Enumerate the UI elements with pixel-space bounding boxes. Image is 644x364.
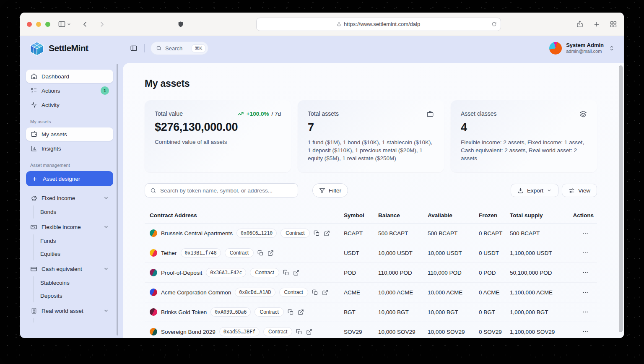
search-shortcut-badge: ⌘K	[192, 44, 205, 52]
close-window-button[interactable]	[27, 22, 32, 27]
minimize-window-button[interactable]	[36, 22, 41, 27]
total-value: $276,130,000.00	[155, 121, 281, 134]
home-icon	[30, 73, 37, 80]
frozen-value: 0 USDT	[479, 250, 510, 256]
export-button[interactable]: Export	[511, 184, 558, 197]
sidebar: Dashboard Actions 1 Activity My assets	[20, 60, 119, 338]
sidebar-subitem-equities[interactable]: Equities	[40, 247, 113, 260]
external-link-icon[interactable]	[298, 309, 304, 315]
copy-icon[interactable]	[257, 250, 264, 256]
symbol-value: SOV29	[344, 329, 378, 335]
external-link-icon[interactable]	[322, 289, 328, 296]
token-icon	[150, 289, 157, 296]
sidebar-scrollbar[interactable]	[117, 64, 118, 335]
copy-icon[interactable]	[283, 270, 289, 276]
sidebar-group-fixed-income[interactable]: Fixed income	[26, 191, 113, 205]
sidebar-item-actions[interactable]: Actions 1	[26, 84, 113, 97]
token-search-box[interactable]	[145, 183, 298, 198]
row-actions-button[interactable]	[582, 269, 589, 276]
settlemint-logo-icon	[29, 41, 44, 56]
contract-address-pill[interactable]: 0xad55…3BFf	[219, 327, 260, 336]
filter-button[interactable]: Filter	[312, 183, 348, 198]
search-icon	[156, 45, 162, 51]
trend-percent: +100.0%	[247, 111, 269, 117]
column-balance: Balance	[378, 212, 428, 218]
sidebar-subitem-funds[interactable]: Funds	[40, 234, 113, 247]
sidebar-item-activity[interactable]: Activity	[26, 98, 113, 112]
external-link-icon[interactable]	[293, 270, 299, 276]
back-button[interactable]	[81, 21, 89, 28]
contract-address-pill[interactable]: 0xA039…6Da6	[210, 307, 251, 317]
table-row[interactable]: Brussels Central Apartments 0x06C6…1210 …	[145, 224, 597, 243]
table-row[interactable]: Sovereign Bond 2029 0xad55…3BFf Contract…	[145, 322, 597, 338]
row-actions-button[interactable]	[582, 328, 589, 335]
zoom-window-button[interactable]	[45, 22, 50, 27]
external-link-icon[interactable]	[306, 329, 312, 335]
sidebar-subitem-stablecoins[interactable]: Stablecoins	[40, 276, 113, 289]
reload-icon[interactable]	[491, 21, 497, 27]
page-title: My assets	[145, 78, 597, 89]
piggy-bank-icon	[30, 195, 37, 202]
contract-badge: Contract	[254, 307, 283, 317]
row-actions-button[interactable]	[582, 250, 589, 256]
asset-designer-button[interactable]: Asset designer	[26, 171, 113, 186]
card-description: 1 fund ($1M), 1 bond ($10K), 1 stablecoi…	[308, 138, 434, 162]
token-search-input[interactable]	[160, 187, 293, 194]
balance-value: 110,000 POD	[378, 270, 428, 276]
sidebar-chevron-icon[interactable]	[67, 22, 71, 26]
privacy-shield-icon[interactable]	[177, 21, 184, 28]
view-button[interactable]: View	[562, 184, 597, 197]
sidebar-toggle-icon[interactable]	[58, 20, 66, 28]
sidebar-item-insights[interactable]: Insights	[26, 142, 113, 155]
layers-icon	[579, 110, 587, 118]
forward-button[interactable]	[98, 21, 106, 28]
copy-icon[interactable]	[288, 309, 294, 315]
sidebar-group-real-world-asset[interactable]: Real world asset	[26, 304, 113, 317]
row-actions-button[interactable]	[582, 230, 589, 237]
column-symbol: Symbol	[344, 212, 378, 218]
total-assets-card: Total assets 7 1 fund ($1M), 1 bond ($10…	[298, 100, 444, 172]
total-assets-count: 7	[308, 121, 434, 134]
panel-collapse-icon[interactable]	[130, 44, 138, 52]
row-actions-button[interactable]	[582, 289, 589, 296]
copy-icon[interactable]	[314, 230, 320, 237]
sidebar-item-dashboard[interactable]: Dashboard	[26, 70, 113, 83]
table-row[interactable]: Tether 0x13B1…f748 Contract USDT 10,000 …	[145, 243, 597, 263]
user-menu[interactable]: System Admin admin@mail.com	[549, 42, 615, 55]
copy-icon[interactable]	[296, 329, 302, 335]
sidebar-group-label: Fixed income	[42, 195, 75, 201]
table-row[interactable]: Brinks Gold Token 0xA039…6Da6 Contract B…	[145, 302, 597, 322]
balance-value: 500 BCAPT	[378, 230, 428, 237]
contract-address-pill[interactable]: 0x06C6…1210	[236, 229, 277, 238]
row-actions-button[interactable]	[582, 309, 589, 315]
contract-address-pill[interactable]: 0x8cDd…A1AD	[235, 288, 275, 297]
share-icon[interactable]	[576, 20, 584, 28]
symbol-value: USDT	[344, 250, 378, 256]
contract-address-pill[interactable]: 0x13B1…f748	[181, 248, 221, 257]
asset-name: Brussels Central Apartments	[161, 230, 233, 237]
sidebar-item-my-assets[interactable]: My assets	[26, 127, 113, 141]
address-bar[interactable]: https://www.settlemint.com/dalp	[256, 18, 501, 31]
main-scrollbar[interactable]	[619, 65, 623, 332]
new-tab-icon[interactable]	[593, 20, 600, 28]
table-row[interactable]: Proof-of-Deposit 0x36A3…F42c Contract PO…	[145, 263, 597, 283]
asset-name: Proof-of-Deposit	[161, 270, 202, 276]
sidebar-group-flexible-income[interactable]: Flexible income	[26, 220, 113, 234]
token-icon	[150, 328, 157, 335]
sidebar-subitem-deposits[interactable]: Deposits	[40, 289, 113, 302]
actions-count-badge: 1	[101, 86, 109, 95]
sidebar-subitem-bonds[interactable]: Bonds	[40, 205, 113, 218]
copy-icon[interactable]	[312, 289, 318, 296]
tab-overview-icon[interactable]	[610, 20, 617, 28]
global-search-button[interactable]: Search ⌘K	[151, 42, 208, 55]
external-link-icon[interactable]	[267, 250, 274, 256]
brand[interactable]: SettleMint	[29, 41, 119, 56]
table-row[interactable]: Acme Corporation Common 0x8cDd…A1AD Cont…	[145, 283, 597, 302]
balance-value: 10,000 BGT	[378, 309, 428, 315]
wallet-icon	[30, 131, 37, 138]
activity-icon	[30, 101, 37, 108]
sidebar-group-cash-equivalent[interactable]: Cash equivalent	[26, 262, 113, 276]
external-link-icon[interactable]	[324, 230, 330, 237]
contract-address-pill[interactable]: 0x36A3…F42c	[206, 268, 246, 277]
available-value: 10,000 ACME	[428, 289, 479, 296]
